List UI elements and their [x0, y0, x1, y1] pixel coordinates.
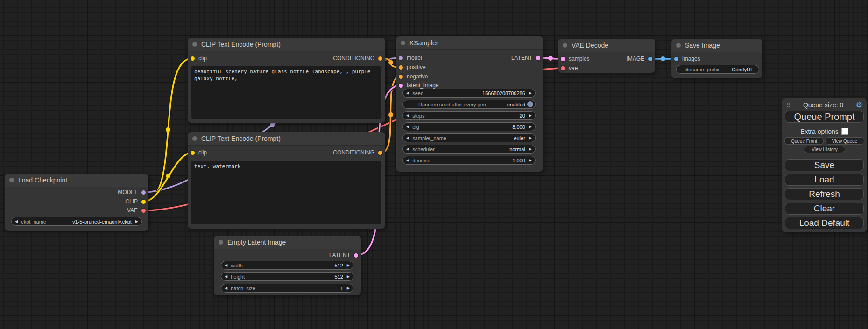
- vae-port-icon[interactable]: [141, 209, 146, 213]
- node-ksampler[interactable]: KSampler model positive negative latent_…: [396, 36, 543, 172]
- node-empty-latent-image[interactable]: Empty Latent Image LATENT ◀ width 512 ▶ …: [214, 236, 361, 295]
- decrement-icon[interactable]: ◀: [225, 264, 227, 267]
- node-load-checkpoint[interactable]: Load Checkpoint MODEL CLIP VAE ◀ ckpt_na…: [5, 174, 148, 231]
- node-title-bar[interactable]: CLIP Text Encode (Prompt): [188, 132, 385, 146]
- increment-icon[interactable]: ▶: [529, 147, 532, 151]
- extra-options-checkbox[interactable]: [841, 128, 848, 135]
- input-images[interactable]: images: [674, 54, 700, 63]
- queue-prompt-button[interactable]: Queue Prompt: [785, 111, 864, 123]
- decrement-icon[interactable]: ◀: [406, 91, 409, 95]
- random-seed-widget[interactable]: Random seed after every gen enabled: [402, 100, 536, 109]
- width-widget[interactable]: ◀ width 512 ▶: [221, 261, 353, 270]
- node-title-bar[interactable]: Load Checkpoint: [5, 174, 148, 187]
- height-widget[interactable]: ◀ height 512 ▶: [221, 272, 353, 281]
- output-latent[interactable]: LATENT: [511, 53, 540, 63]
- queue-front-button[interactable]: Queue Front: [784, 137, 824, 145]
- conditioning-port-icon[interactable]: [399, 65, 403, 70]
- decrement-icon[interactable]: ◀: [406, 147, 409, 151]
- input-negative[interactable]: negative: [399, 72, 428, 81]
- clear-button[interactable]: Clear: [785, 203, 864, 215]
- latent-port-icon[interactable]: [536, 56, 540, 60]
- save-button[interactable]: Save: [785, 159, 864, 171]
- output-clip[interactable]: CLIP: [125, 197, 146, 206]
- node-title-bar[interactable]: Empty Latent Image: [214, 236, 361, 249]
- node-title-bar[interactable]: CLIP Text Encode (Prompt): [188, 38, 385, 51]
- increment-icon[interactable]: ▶: [529, 114, 532, 118]
- denoise-widget[interactable]: ◀ denoise 1.000 ▶: [402, 156, 536, 165]
- settings-gear-icon[interactable]: ⚙: [856, 101, 862, 109]
- view-queue-button[interactable]: View Queue: [825, 137, 864, 145]
- node-graph-canvas[interactable]: Load Checkpoint MODEL CLIP VAE ◀ ckpt_na…: [0, 0, 868, 329]
- output-model[interactable]: MODEL: [118, 188, 146, 197]
- decrement-icon[interactable]: ◀: [406, 114, 409, 118]
- clip-port-icon[interactable]: [191, 151, 195, 155]
- increment-icon[interactable]: ▶: [347, 287, 350, 290]
- positive-prompt-textarea[interactable]: beautiful scenery nature glass bottle la…: [191, 66, 381, 119]
- toggle-icon[interactable]: [527, 101, 533, 107]
- collapse-dot-icon[interactable]: [563, 43, 567, 48]
- output-image[interactable]: IMAGE: [626, 54, 652, 63]
- image-port-icon[interactable]: [674, 57, 678, 61]
- conditioning-port-icon[interactable]: [378, 151, 382, 155]
- clip-port-icon[interactable]: [141, 200, 146, 204]
- collapse-dot-icon[interactable]: [676, 43, 681, 48]
- collapse-dot-icon[interactable]: [192, 136, 197, 141]
- output-conditioning[interactable]: CONDITIONING: [333, 148, 382, 157]
- node-clip-text-encode-negative[interactable]: CLIP Text Encode (Prompt) clip CONDITION…: [188, 132, 385, 229]
- refresh-button[interactable]: Refresh: [785, 188, 864, 200]
- collapse-dot-icon[interactable]: [9, 178, 14, 182]
- decrement-icon[interactable]: ◀: [406, 136, 409, 140]
- negative-prompt-textarea[interactable]: text, watermark: [191, 161, 381, 224]
- drag-handle-icon[interactable]: ⠿: [786, 102, 791, 109]
- output-conditioning[interactable]: CONDITIONING: [333, 54, 382, 63]
- vae-port-icon[interactable]: [561, 66, 565, 70]
- increment-icon[interactable]: ▶: [529, 91, 532, 95]
- increment-icon[interactable]: ▶: [529, 136, 532, 140]
- latent-port-icon[interactable]: [561, 57, 565, 61]
- increment-icon[interactable]: ▶: [347, 264, 350, 267]
- input-clip[interactable]: clip: [191, 54, 207, 63]
- input-model[interactable]: model: [399, 53, 422, 63]
- model-port-icon[interactable]: [141, 190, 146, 195]
- seed-widget[interactable]: ◀ seed 156680208700286 ▶: [402, 89, 536, 98]
- increment-icon[interactable]: ▶: [135, 220, 138, 224]
- ckpt-name-widget[interactable]: ◀ ckpt_name v1-5-pruned-emaonly.ckpt ▶: [11, 217, 142, 226]
- steps-widget[interactable]: ◀ steps 20 ▶: [402, 111, 536, 120]
- increment-icon[interactable]: ▶: [347, 275, 350, 279]
- decrement-icon[interactable]: ◀: [225, 287, 227, 290]
- increment-icon[interactable]: ▶: [529, 125, 532, 129]
- collapse-dot-icon[interactable]: [401, 41, 405, 45]
- input-vae[interactable]: vae: [561, 63, 578, 73]
- node-clip-text-encode-positive[interactable]: CLIP Text Encode (Prompt) clip CONDITION…: [188, 38, 385, 123]
- node-save-image[interactable]: Save Image images filename_prefix ComfyU…: [671, 39, 762, 78]
- output-vae[interactable]: VAE: [127, 206, 146, 215]
- input-samples[interactable]: samples: [561, 54, 590, 63]
- node-vae-decode[interactable]: VAE Decode samples vae IMAGE: [558, 39, 655, 73]
- model-port-icon[interactable]: [399, 56, 403, 60]
- cfg-widget[interactable]: ◀ cfg 8.000 ▶: [402, 122, 536, 131]
- latent-port-icon[interactable]: [399, 84, 403, 88]
- collapse-dot-icon[interactable]: [192, 42, 197, 47]
- decrement-icon[interactable]: ◀: [406, 125, 409, 129]
- sampler-name-widget[interactable]: ◀ sampler_name euler ▶: [402, 133, 536, 142]
- conditioning-port-icon[interactable]: [399, 75, 403, 79]
- input-clip[interactable]: clip: [191, 148, 207, 157]
- view-history-button[interactable]: View History: [804, 146, 845, 153]
- decrement-icon[interactable]: ◀: [406, 159, 409, 162]
- decrement-icon[interactable]: ◀: [15, 220, 18, 224]
- output-latent[interactable]: LATENT: [329, 251, 358, 260]
- increment-icon[interactable]: ▶: [529, 159, 532, 162]
- node-title-bar[interactable]: Save Image: [671, 39, 762, 52]
- batch-size-widget[interactable]: ◀ batch_size 1 ▶: [221, 284, 353, 293]
- load-button[interactable]: Load: [785, 174, 864, 186]
- clip-port-icon[interactable]: [191, 56, 195, 61]
- node-title-bar[interactable]: VAE Decode: [558, 39, 655, 52]
- image-port-icon[interactable]: [648, 57, 652, 61]
- filename-prefix-widget[interactable]: filename_prefix ComfyUI: [676, 65, 759, 74]
- latent-port-icon[interactable]: [354, 253, 358, 258]
- decrement-icon[interactable]: ◀: [225, 275, 227, 279]
- input-positive[interactable]: positive: [399, 63, 426, 72]
- scheduler-widget[interactable]: ◀ scheduler normal ▶: [402, 145, 536, 154]
- node-title-bar[interactable]: KSampler: [396, 36, 543, 50]
- conditioning-port-icon[interactable]: [378, 56, 382, 61]
